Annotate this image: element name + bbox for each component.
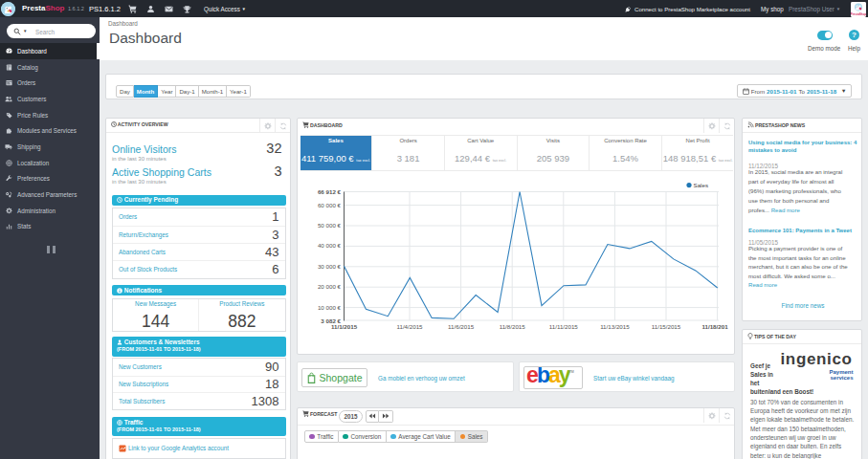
svg-text:66 912 €: 66 912 € [318,188,342,195]
svg-text:Sales: Sales [694,182,708,188]
svg-text:11/1/2015: 11/1/2015 [331,323,358,330]
svg-text:11/4/2015: 11/4/2015 [396,323,423,330]
svg-text:40 000 €: 40 000 € [318,242,342,249]
svg-text:PrestaShop: PrestaShop [851,12,866,16]
svg-text:60 000 €: 60 000 € [318,202,342,208]
svg-text:11/11/2015: 11/11/2015 [549,323,579,330]
svg-text:11/18/201: 11/18/201 [701,323,728,330]
svg-text:11/15/2015: 11/15/2015 [652,323,681,330]
svg-text:11/13/2015: 11/13/2015 [600,323,630,330]
svg-text:11/8/2015: 11/8/2015 [500,323,526,330]
svg-text:50 000 €: 50 000 € [318,222,342,229]
svg-text:20 000 €: 20 000 € [318,283,342,290]
svg-text:11/6/2015: 11/6/2015 [448,323,475,330]
svg-text:10 000 €: 10 000 € [318,304,342,311]
svg-text:30 000 €: 30 000 € [318,263,342,270]
